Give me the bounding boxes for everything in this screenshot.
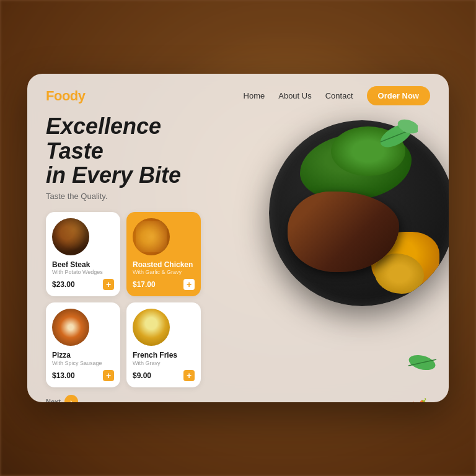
menu-item-name: French Fries — [133, 351, 195, 359]
logo-text-end: dy — [70, 88, 86, 104]
menu-grid: Beef Steak With Potato Wedges $23.00 + R… — [46, 212, 201, 387]
menu-card-footer: $13.00 + — [52, 370, 114, 381]
add-to-cart-button[interactable]: + — [183, 370, 195, 381]
menu-item-desc: With Gravy — [133, 360, 195, 366]
main-content: Excellence Taste in Every Bite Taste the… — [27, 114, 449, 402]
menu-item-desc: With Potato Wedges — [52, 269, 114, 275]
hero-plate — [269, 120, 449, 312]
menu-item-desc: With Spicy Sausage — [52, 360, 114, 366]
nav-contact[interactable]: Contact — [325, 91, 353, 100]
add-to-cart-button[interactable]: + — [103, 370, 114, 381]
logo-text-start: F — [46, 88, 54, 104]
menu-card-beef-steak: Beef Steak With Potato Wedges $23.00 + — [46, 212, 120, 296]
order-now-button[interactable]: Order Now — [367, 86, 430, 105]
next-arrow-icon: › — [64, 395, 78, 402]
left-panel: Excellence Taste in Every Bite Taste the… — [27, 114, 219, 402]
header: Foody Home About Us Contact Order Now — [27, 74, 449, 114]
menu-item-price: $13.00 — [52, 371, 75, 380]
hero-title-line1: Excellence Taste — [46, 113, 161, 164]
menu-item-name: Roasted Chicken — [133, 260, 195, 269]
menu-card-footer: $17.00 + — [133, 279, 195, 290]
next-link[interactable]: Next › — [46, 395, 201, 402]
menu-card-footer: $9.00 + — [133, 370, 195, 381]
plate — [269, 120, 449, 306]
food-image-beef-steak — [52, 218, 89, 255]
hero-title: Excellence Taste in Every Bite — [46, 114, 201, 188]
chili-decoration: 🌶️🌶️ — [411, 394, 441, 402]
menu-card-french-fries: French Fries With Gravy $9.00 + — [126, 302, 201, 387]
menu-item-desc: With Garlic & Gravy — [133, 269, 195, 275]
next-label: Next — [46, 398, 61, 402]
food-image-french-fries — [133, 309, 170, 346]
main-card: Foody Home About Us Contact Order Now Ex… — [27, 74, 449, 402]
hero-title-line2: in Every Bite — [46, 162, 181, 188]
menu-card-roasted-chicken: Roasted Chicken With Garlic & Gravy $17.… — [126, 212, 201, 296]
right-panel: 🌶️🌶️ — [219, 114, 449, 402]
hero-subtitle: Taste the Quality. — [46, 192, 201, 201]
menu-card-pizza: Pizza With Spicy Sausage $13.00 + — [46, 302, 120, 387]
leaf-decoration-bottom — [405, 350, 439, 377]
menu-item-price: $23.00 — [52, 280, 75, 289]
menu-item-name: Beef Steak — [52, 260, 114, 269]
nav-about[interactable]: About Us — [278, 91, 311, 100]
logo: Foody — [46, 88, 86, 104]
food-image-pizza — [52, 309, 89, 346]
nav-home[interactable]: Home — [244, 91, 265, 100]
navigation: Home About Us Contact Order Now — [244, 86, 430, 105]
add-to-cart-button[interactable]: + — [183, 279, 195, 290]
menu-item-price: $17.00 — [133, 280, 156, 289]
add-to-cart-button[interactable]: + — [103, 279, 114, 290]
menu-item-name: Pizza — [52, 351, 114, 359]
menu-item-price: $9.00 — [133, 371, 151, 380]
leaf-decoration-top — [374, 117, 418, 157]
food-image-roasted-chicken — [133, 218, 170, 255]
menu-card-footer: $23.00 + — [52, 279, 114, 290]
logo-highlight: oo — [54, 88, 70, 104]
